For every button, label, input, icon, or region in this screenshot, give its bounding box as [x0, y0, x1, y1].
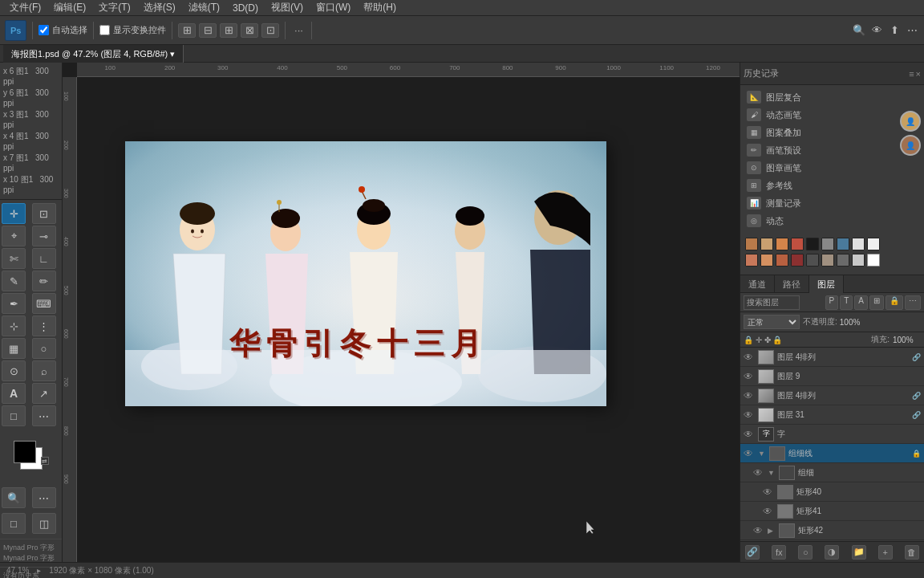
adj-item-2[interactable]: 🖌 动态画笔 — [744, 106, 921, 124]
tool-mask-right[interactable]: ◫ — [32, 513, 56, 534]
layer-fx-btn[interactable]: fx — [772, 545, 786, 560]
layer-delete-btn[interactable]: 🗑 — [905, 545, 919, 560]
panel-close-icon[interactable]: × — [916, 69, 921, 79]
tab-channel[interactable]: 通道 — [740, 275, 775, 293]
layer-adj-btn[interactable]: ◑ — [825, 545, 839, 560]
layer-ctrl-2[interactable]: T — [840, 295, 853, 310]
adj-item-4[interactable]: ✏ 画笔预设 — [744, 141, 921, 159]
tool-history-brush[interactable]: ⊹ — [2, 315, 26, 336]
menu-3d[interactable]: 3D(D) — [226, 0, 265, 15]
tool-select-rect[interactable]: ⌖ — [2, 226, 26, 246]
menu-select[interactable]: 选择(S) — [137, 0, 182, 15]
color-chip-2[interactable] — [760, 238, 773, 250]
menu-filter[interactable]: 滤镜(T) — [182, 0, 226, 15]
layer-ctrl-4[interactable]: ⊞ — [869, 295, 884, 310]
color-chip-8[interactable] — [852, 238, 865, 250]
layer-vis-3[interactable]: 👁 — [744, 390, 755, 401]
tool-zoom[interactable]: 🔍 — [2, 487, 26, 508]
tab-path[interactable]: 路径 — [775, 275, 809, 293]
color-chip-14[interactable] — [806, 254, 819, 267]
layer-search-input[interactable] — [744, 295, 800, 310]
tool-lasso[interactable]: ⊸ — [32, 226, 56, 246]
color-chip-3[interactable] — [776, 238, 788, 250]
layer-vis-s2a[interactable]: 👁 — [763, 486, 774, 498]
tool-move[interactable]: ✛ — [2, 203, 26, 224]
color-chip-18[interactable] — [867, 254, 880, 267]
color-chip-11[interactable] — [760, 254, 773, 267]
tool-eyedropper[interactable]: ✎ — [2, 271, 26, 291]
tool-dodge[interactable]: ⊙ — [2, 360, 26, 381]
auto-select-checkbox[interactable] — [38, 25, 49, 35]
menu-window[interactable]: 窗口(W) — [310, 0, 357, 15]
search-icon[interactable]: 🔍 — [852, 23, 866, 38]
color-chip-13[interactable] — [791, 254, 804, 267]
layer-expand-s3[interactable]: ▶ — [768, 527, 776, 535]
tool-blur[interactable]: ○ — [32, 338, 56, 359]
menu-edit[interactable]: 编辑(E) — [47, 0, 92, 15]
layer-row-sub3[interactable]: 👁 ▶ 矩形42 — [740, 521, 924, 540]
layer-row-5[interactable]: 👁 字 字 — [740, 425, 924, 444]
layer-add-btn[interactable]: + — [878, 545, 893, 560]
color-chip-10[interactable] — [745, 254, 758, 267]
tool-pen[interactable]: ⌕ — [32, 360, 56, 381]
extras-icon[interactable]: ⋯ — [905, 23, 919, 38]
foreground-color-swatch[interactable] — [14, 441, 36, 463]
layer-mask-btn[interactable]: ○ — [798, 545, 813, 560]
align-center-icon[interactable]: ⊟ — [199, 23, 217, 38]
tool-heal[interactable]: ✏ — [32, 271, 56, 291]
swap-colors-icon[interactable]: ⇄ — [41, 457, 49, 465]
layer-row-sub1[interactable]: 👁 ▼ 组细 — [740, 463, 924, 482]
layer-vis-4[interactable]: 👁 — [744, 409, 755, 421]
tool-gradient[interactable]: ▦ — [2, 338, 26, 359]
layer-ctrl-more[interactable]: ⋯ — [905, 295, 921, 310]
tool-slice[interactable]: ∟ — [32, 248, 56, 269]
adj-item-1[interactable]: 📐 图层复合 — [744, 88, 921, 106]
panel-icon-1[interactable]: ≡ — [909, 69, 914, 79]
blend-mode-select[interactable]: 正常 溶解 正片叠底 滤色 — [744, 315, 800, 329]
layer-row-sub2a[interactable]: 👁 矩形40 — [740, 482, 924, 502]
color-chip-5[interactable] — [806, 238, 819, 250]
color-chip-6[interactable] — [821, 238, 834, 250]
layer-row-3[interactable]: 👁 图层 4排列 🔗 — [740, 386, 924, 405]
adj-item-6[interactable]: ⊞ 参考线 — [744, 177, 921, 194]
layer-row-1[interactable]: 👁 图层 4排列 🔗 — [740, 348, 924, 367]
layer-ctrl-5[interactable]: 🔒 — [886, 295, 903, 310]
align-top-icon[interactable]: ⊠ — [241, 23, 258, 38]
tool-clone[interactable]: ⌨ — [32, 293, 56, 314]
more-options-icon[interactable]: ··· — [291, 23, 306, 38]
color-chip-1[interactable] — [745, 238, 758, 250]
tool-shape[interactable]: □ — [2, 405, 26, 426]
color-chip-17[interactable] — [852, 254, 865, 267]
tool-path-select[interactable]: ↗ — [32, 383, 56, 404]
tool-text[interactable]: A — [2, 383, 26, 404]
doc-tab-main[interactable]: 海报图1.psd @ 47.2% (图层 4, RGB/8#) ▾ — [3, 45, 184, 63]
adj-item-8[interactable]: ◎ 动态 — [744, 212, 921, 230]
menu-help[interactable]: 帮助(H) — [357, 0, 403, 15]
layer-vis-s3[interactable]: 👁 — [753, 525, 764, 536]
color-chip-4[interactable] — [791, 238, 804, 250]
tool-brush[interactable]: ✒ — [2, 293, 26, 314]
align-right-icon[interactable]: ⊞ — [220, 23, 237, 38]
tool-eraser[interactable]: ⋮ — [32, 315, 56, 336]
canvas-area[interactable]: 100 200 300 400 500 600 700 800 900 1000… — [63, 63, 740, 562]
layer-vis-5[interactable]: 👁 — [744, 429, 755, 440]
adj-item-5[interactable]: ⊙ 图章画笔 — [744, 159, 921, 177]
color-chip-9[interactable] — [867, 238, 880, 250]
layer-expand-g[interactable]: ▼ — [758, 450, 766, 458]
layer-vis-s1[interactable]: 👁 — [753, 467, 764, 478]
fill-value[interactable]: 100% — [893, 336, 921, 344]
tool-custom[interactable]: ⋯ — [32, 405, 56, 426]
adj-item-3[interactable]: ▦ 图案叠加 — [744, 124, 921, 141]
layer-vis-g[interactable]: 👁 — [744, 448, 755, 459]
menu-file[interactable]: 文件(F) — [3, 0, 47, 15]
align-middle-icon[interactable]: ⊡ — [261, 23, 279, 38]
tool-crop[interactable]: ✄ — [2, 248, 26, 269]
layer-row-sub2b[interactable]: 👁 矩形41 — [740, 502, 924, 521]
layer-vis-2[interactable]: 👁 — [744, 371, 755, 382]
adj-item-7[interactable]: 📊 测量记录 — [744, 194, 921, 212]
menu-text[interactable]: 文字(T) — [92, 0, 136, 15]
tab-layers[interactable]: 图层 — [809, 275, 844, 293]
color-chip-15[interactable] — [821, 254, 834, 267]
tool-mask-left[interactable]: □ — [2, 513, 26, 534]
color-chip-12[interactable] — [776, 254, 788, 267]
